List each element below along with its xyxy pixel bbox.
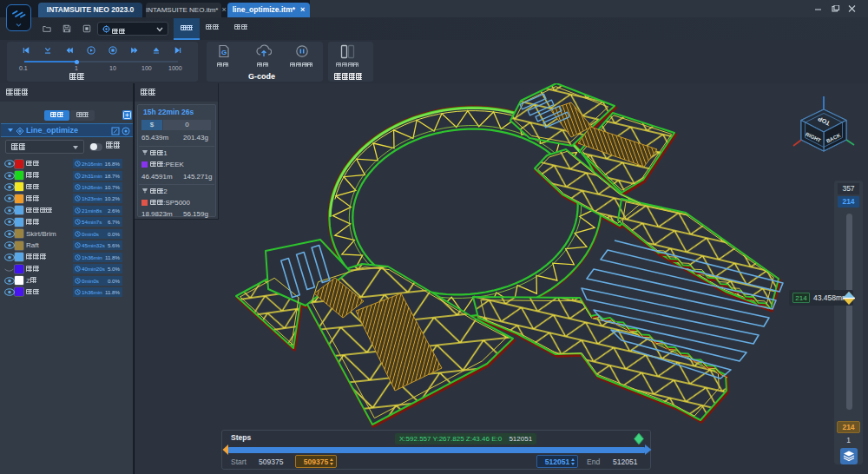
svg-text:G: G [221, 49, 227, 56]
